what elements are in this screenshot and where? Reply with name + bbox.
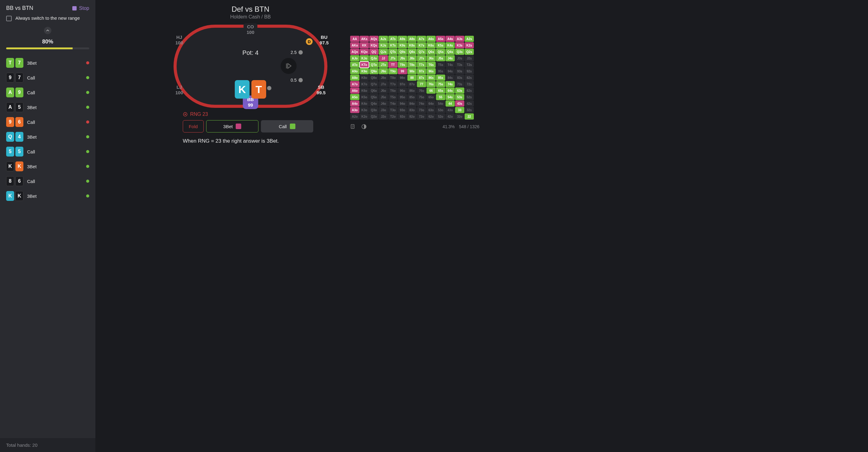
range-cell[interactable]: Q8o (369, 75, 378, 81)
call-button[interactable]: Call (261, 120, 313, 133)
range-cell[interactable]: J3o (379, 107, 388, 113)
range-cell[interactable]: 43o (445, 107, 455, 113)
range-cell[interactable]: A6o (350, 87, 360, 94)
range-cell[interactable]: 82s (465, 75, 474, 81)
range-cell[interactable]: J5o (379, 94, 388, 100)
range-cell[interactable]: A6s (427, 36, 436, 42)
range-cell[interactable]: J4s (445, 55, 455, 61)
range-cell[interactable]: 22 (465, 113, 474, 119)
range-cell[interactable]: 83s (455, 75, 464, 81)
range-cell[interactable]: 86o (407, 87, 416, 94)
range-cell[interactable]: T8o (388, 75, 398, 81)
range-cell[interactable]: 42s (465, 101, 474, 107)
range-cell[interactable]: A4s (445, 36, 455, 42)
3bet-button[interactable]: 3Bet (206, 120, 258, 133)
range-cell[interactable]: 32s (465, 107, 474, 113)
range-cell[interactable]: K7s (417, 42, 426, 48)
range-cell[interactable]: 43s (455, 101, 464, 107)
range-cell[interactable]: A7o (350, 81, 360, 87)
range-cell[interactable]: 63o (427, 107, 436, 113)
range-cell[interactable]: KTs (388, 42, 398, 48)
range-cell[interactable]: 42o (445, 113, 455, 119)
range-cell[interactable]: T7o (388, 81, 398, 87)
range-cell[interactable]: Q3s (455, 49, 464, 55)
range-cell[interactable]: K4o (360, 101, 369, 107)
range-cell[interactable]: K4s (445, 42, 455, 48)
history-row[interactable]: 55Call (0, 144, 95, 159)
range-cell[interactable]: KQo (360, 49, 369, 55)
play-button[interactable] (281, 58, 297, 74)
range-cell[interactable]: ATs (388, 36, 398, 42)
range-cell[interactable]: J7s (417, 55, 426, 61)
range-cell[interactable]: 94o (398, 101, 407, 107)
history-row[interactable]: T73Bet (0, 55, 95, 70)
range-cell[interactable]: T3o (388, 107, 398, 113)
range-cell[interactable]: 73o (417, 107, 426, 113)
range-cell[interactable]: QTo (369, 62, 378, 68)
range-cell[interactable]: 95o (398, 94, 407, 100)
range-cell[interactable]: 65s (436, 87, 445, 94)
range-cell[interactable]: A8s (407, 36, 416, 42)
range-cell[interactable]: T2o (388, 113, 398, 119)
range-cell[interactable]: J7o (379, 81, 388, 87)
range-cell[interactable]: J2o (379, 113, 388, 119)
range-cell[interactable]: Q5o (369, 94, 378, 100)
range-cell[interactable]: 93o (398, 107, 407, 113)
range-cell[interactable]: T7s (417, 62, 426, 68)
range-cell[interactable]: 97s (417, 68, 426, 74)
range-cell[interactable]: QJo (369, 55, 378, 61)
range-cell[interactable]: Q5s (436, 49, 445, 55)
range-cell[interactable]: 96s (427, 68, 436, 74)
range-cell[interactable]: QQ (369, 49, 378, 55)
range-cell[interactable]: Q4o (369, 101, 378, 107)
range-cell[interactable]: 74s (445, 81, 455, 87)
range-cell[interactable]: KTo (360, 62, 369, 68)
range-cell[interactable]: ATo (350, 62, 360, 68)
range-cell[interactable]: Q9s (398, 49, 407, 55)
range-cell[interactable]: K9s (398, 42, 407, 48)
range-cell[interactable]: 76s (427, 81, 436, 87)
range-cell[interactable]: 64s (445, 87, 455, 94)
range-cell[interactable]: K5s (436, 42, 445, 48)
range-cell[interactable]: AKo (350, 42, 360, 48)
range-cell[interactable]: 55 (436, 94, 445, 100)
range-cell[interactable]: 99 (398, 68, 407, 74)
range-cell[interactable]: 85s (436, 75, 445, 81)
range-cell[interactable]: Q8s (407, 49, 416, 55)
range-cell[interactable]: K9o (360, 68, 369, 74)
range-cell[interactable]: 87s (417, 75, 426, 81)
range-cell[interactable]: K3s (455, 42, 464, 48)
copy-icon[interactable] (350, 124, 356, 130)
range-cell[interactable]: J6s (427, 55, 436, 61)
range-cell[interactable]: K3o (360, 107, 369, 113)
range-cell[interactable]: KJs (379, 42, 388, 48)
range-cell[interactable]: Q9o (369, 68, 378, 74)
history-row[interactable]: KK3Bet (0, 159, 95, 174)
range-cell[interactable]: K8s (407, 42, 416, 48)
range-cell[interactable]: 84o (407, 101, 416, 107)
history-row[interactable]: KK3Bet (0, 189, 95, 203)
range-cell[interactable]: AQo (350, 49, 360, 55)
range-cell[interactable]: 88 (407, 75, 416, 81)
range-cell[interactable]: 72o (417, 113, 426, 119)
range-cell[interactable]: A9o (350, 68, 360, 74)
contrast-icon[interactable] (361, 124, 367, 130)
range-cell[interactable]: K2o (360, 113, 369, 119)
range-cell[interactable]: 83o (407, 107, 416, 113)
range-cell[interactable]: 32o (455, 113, 464, 119)
range-cell[interactable]: 97o (398, 81, 407, 87)
range-cell[interactable]: QJs (379, 49, 388, 55)
range-cell[interactable]: 75o (417, 94, 426, 100)
range-cell[interactable]: T3s (455, 62, 464, 68)
range-cell[interactable]: 87o (407, 81, 416, 87)
range-cell[interactable]: KJo (360, 55, 369, 61)
range-cell[interactable]: 98s (407, 68, 416, 74)
range-cell[interactable]: KQs (369, 42, 378, 48)
range-cell[interactable]: 82o (407, 113, 416, 119)
range-cell[interactable]: Q7o (369, 81, 378, 87)
range-cell[interactable]: A5s (436, 36, 445, 42)
history-row[interactable]: Q43Bet (0, 130, 95, 144)
range-cell[interactable]: T9o (388, 68, 398, 74)
range-cell[interactable]: 95s (436, 68, 445, 74)
range-cell[interactable]: TT (388, 62, 398, 68)
